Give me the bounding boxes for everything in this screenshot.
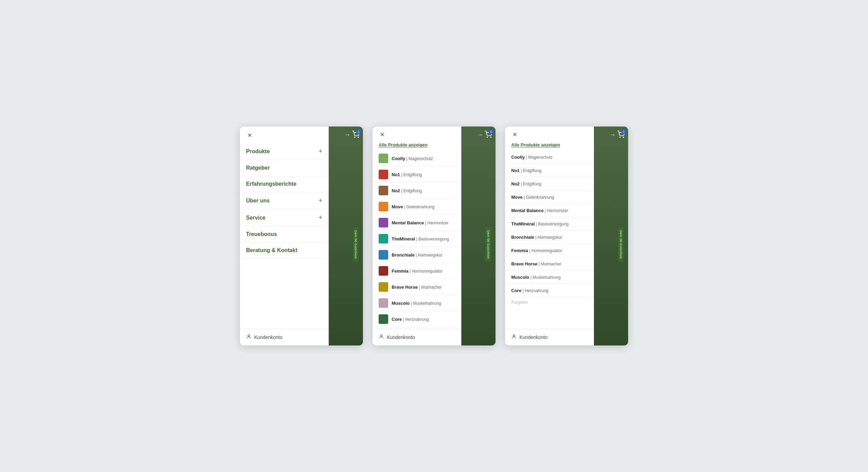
gutschein-label-2: Dein 5€-Gutschein: [485, 227, 491, 261]
product-noicon-muscolo[interactable]: Muscolo | Muskelnahrung: [505, 271, 594, 284]
product-noicon-coolly[interactable]: Coolly | Magenschutz: [505, 150, 594, 164]
cart-button-1[interactable]: 2: [352, 131, 360, 139]
submenu-footer-3: Kundenkonto: [505, 329, 594, 345]
svg-point-5: [490, 137, 491, 137]
product-noicon-no2[interactable]: No2 | Entgiftung: [505, 177, 594, 191]
menu-footer: Kundenkonto: [240, 329, 328, 345]
product-label-muscolo: Muscolo | Muskelnahrung: [392, 300, 441, 306]
product-icon-femmia: [379, 266, 388, 276]
product-icon-mental-balance: [379, 218, 388, 227]
cart-badge-1: 2: [356, 129, 361, 134]
bg-header-3: → 0: [594, 127, 628, 143]
product-label-no2: No2 | Entgiftung: [392, 187, 422, 194]
product-label-no1: No1 | Entgiftung: [392, 171, 422, 178]
product-label-coolly: Coolly | Magenschutz: [392, 155, 433, 161]
cart-button-2[interactable]: 0: [485, 131, 492, 139]
product-item-no1[interactable]: No1 | Entgiftung: [372, 167, 461, 183]
submenu-items-list-2: Coolly | Magenschutz No1 | Entgiftung No…: [372, 150, 461, 329]
submenu-title-2[interactable]: Alle Produkte anzeigen: [379, 142, 428, 147]
submenu-title-3[interactable]: Alle Produkte anzeigen: [511, 142, 560, 147]
bg-decorative-1: Dein 5€-Gutschein: [329, 143, 363, 345]
kundenkonto-label: Kundenkonto: [254, 335, 283, 340]
product-noicon-femmia[interactable]: Femmia | Hormonregulator: [505, 244, 594, 257]
product-noicon-label-no2: No2 | Entgiftung: [511, 181, 541, 187]
product-noicon-brave-horse[interactable]: Brave Horse | Mutmacher: [505, 257, 594, 271]
product-noicon-label-mental-balance: Mental Balance | Harmonizer: [511, 207, 568, 213]
bg-header-2: → 0: [461, 127, 496, 143]
product-item-core[interactable]: Core | Herznahrung: [372, 311, 461, 327]
product-item-coolly[interactable]: Coolly | Magenschutz: [372, 150, 461, 167]
nav-arrow-1[interactable]: →: [344, 131, 351, 139]
main-menu-panel: ✕ Produkte + Ratgeber Erfahrungsberichte…: [240, 127, 329, 345]
product-noicon-label-core: Core | Herznahrung: [511, 287, 548, 293]
nav-arrow-3[interactable]: →: [610, 131, 616, 139]
user-icon-2: [379, 334, 384, 341]
product-label-bronchiale: Bronchiale | Atemwegskur: [392, 252, 443, 258]
product-item-muscolo[interactable]: Muscolo | Muskelnahrung: [372, 295, 461, 311]
bg-panel-2: → 0 Dein 5€-Gutschein: [461, 127, 496, 345]
product-label-themineral: TheMineral | Basisversorgung: [392, 236, 449, 242]
menu-item-ueber-uns[interactable]: Über uns +: [240, 192, 328, 209]
product-noicon-bronchiale[interactable]: Bronchiale | Atemwegskur: [505, 231, 594, 244]
panel-2: ✕ Alle Produkte anzeigen Coolly | Magens…: [372, 127, 496, 345]
bg-decorative-2: Dein 5€-Gutschein: [461, 143, 496, 345]
product-item-mental-balance[interactable]: Mental Balance | Harmonizer: [372, 215, 461, 231]
user-icon: [246, 334, 252, 341]
product-item-no2[interactable]: No2 | Entgiftung: [372, 183, 461, 199]
close-button-2[interactable]: ✕: [379, 131, 386, 138]
product-submenu-noicon-panel: ✕ Alle Produkte anzeigen Coolly | Magens…: [505, 127, 594, 345]
screenshot-container: ✕ Produkte + Ratgeber Erfahrungsberichte…: [240, 127, 628, 345]
product-noicon-label-bronchiale: Bronchiale | Atemwegskur: [511, 234, 562, 240]
svg-point-1: [354, 137, 355, 137]
close-button-3[interactable]: ✕: [511, 131, 518, 138]
product-noicon-themineral[interactable]: TheMineral | Basisversorgung: [505, 217, 594, 231]
product-noicon-label-coolly: Coolly | Magenschutz: [511, 154, 553, 160]
panel-3: ✕ Alle Produkte anzeigen Coolly | Magens…: [505, 127, 628, 345]
product-noicon-label-move: Move | Gelenknahrung: [511, 194, 554, 200]
bg-panel-3: → 0 Dein 5€-Gutschein: [594, 127, 628, 345]
svg-point-7: [620, 137, 620, 137]
menu-item-beratung[interactable]: Beratung & Kontakt: [240, 242, 328, 259]
menu-item-treuebonus[interactable]: Treuebonus: [240, 226, 328, 242]
product-icon-move: [379, 202, 388, 211]
svg-point-2: [358, 137, 358, 137]
panel-1: ✕ Produkte + Ratgeber Erfahrungsberichte…: [240, 127, 363, 345]
product-noicon-mental-balance[interactable]: Mental Balance | Harmonizer: [505, 204, 594, 217]
menu-item-ratgeber[interactable]: Ratgeber: [240, 160, 328, 176]
product-noicon-no1[interactable]: No1 | Entgiftung: [505, 164, 594, 177]
cart-badge-3: 0: [621, 129, 626, 134]
product-label-femmia: Femmia | Hormonregulator: [392, 268, 443, 274]
bg-decorative-3: Dein 5€-Gutschein: [594, 143, 628, 345]
gutschein-label-1: Dein 5€-Gutschein: [353, 227, 358, 261]
product-label-brave-horse: Brave Horse | Mutmacher: [392, 284, 442, 290]
svg-point-3: [380, 335, 382, 337]
product-icon-muscolo: [379, 298, 388, 308]
menu-item-service[interactable]: Service +: [240, 209, 328, 226]
menu-item-erfahrungsberichte[interactable]: Erfahrungsberichte: [240, 176, 328, 192]
menu-items-list: Produkte + Ratgeber Erfahrungsberichte Ü…: [240, 143, 328, 329]
submenu-header-2: ✕: [372, 127, 461, 142]
submenu-title-wrapper-2: Alle Produkte anzeigen: [372, 142, 461, 150]
product-icon-brave-horse: [379, 282, 388, 292]
product-item-themineral[interactable]: TheMineral | Basisversorgung: [372, 231, 461, 247]
product-item-bronchiale[interactable]: Bronchiale | Atemwegskur: [372, 247, 461, 263]
svg-point-4: [487, 137, 488, 137]
menu-item-produkte[interactable]: Produkte +: [240, 143, 328, 160]
plus-icon-service: +: [318, 214, 322, 221]
nav-arrow-2[interactable]: →: [477, 131, 483, 139]
product-icon-core: [379, 314, 388, 324]
plus-icon-ueber-uns: +: [318, 197, 322, 204]
bg-panel-1: → 2 Dein 5€-Gutschein: [329, 127, 363, 345]
section-divider-3: Ratgeber: [505, 297, 594, 306]
product-noicon-core[interactable]: Core | Herznahrung: [505, 284, 594, 297]
product-item-brave-horse[interactable]: Brave Horse | Mutmacher: [372, 279, 461, 295]
svg-point-6: [513, 335, 515, 337]
close-button[interactable]: ✕: [246, 132, 253, 139]
cart-button-3[interactable]: 0: [617, 131, 625, 139]
svg-point-8: [623, 137, 624, 137]
product-icon-no2: [379, 186, 388, 195]
product-item-femmia[interactable]: Femmia | Hormonregulator: [372, 263, 461, 279]
product-noicon-move[interactable]: Move | Gelenknahrung: [505, 191, 594, 204]
product-item-move[interactable]: Move | Gelenknahrung: [372, 199, 461, 215]
product-noicon-label-femmia: Femmia | Hormonregulator: [511, 247, 562, 253]
